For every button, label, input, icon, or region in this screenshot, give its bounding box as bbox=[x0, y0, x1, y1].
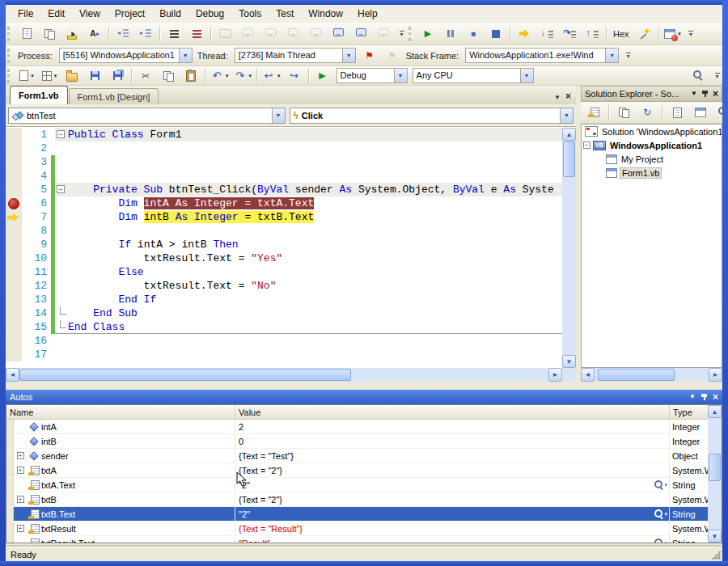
breakpoint-margin[interactable] bbox=[6, 279, 22, 293]
autos-row-intb[interactable]: intB0Integer bbox=[6, 434, 708, 449]
start-debugging-button[interactable]: ▶ bbox=[312, 67, 333, 85]
magnifier-icon[interactable] bbox=[654, 479, 663, 489]
paste-button[interactable] bbox=[180, 67, 201, 85]
tree-item-form1-vb[interactable]: Form1.vb bbox=[582, 166, 722, 180]
properties-button[interactable] bbox=[583, 103, 604, 121]
next-bookmark-in-folder-button[interactable] bbox=[305, 25, 326, 43]
breakpoint-icon[interactable] bbox=[8, 198, 19, 209]
auto-hide-pin-icon[interactable] bbox=[701, 90, 709, 98]
outline-margin[interactable] bbox=[55, 334, 68, 348]
scroll-down-button[interactable]: ▼ bbox=[562, 355, 576, 368]
scrollbar-thumb[interactable] bbox=[19, 369, 351, 381]
menu-debug[interactable]: Debug bbox=[188, 6, 231, 22]
event-dropdown[interactable]: ϟ Click ▼ bbox=[290, 108, 574, 124]
find-in-files-button[interactable] bbox=[688, 67, 709, 85]
scroll-left-button[interactable]: ◄ bbox=[581, 368, 595, 382]
step-over-button[interactable] bbox=[559, 25, 580, 43]
menu-file[interactable]: File bbox=[11, 6, 40, 22]
menu-project[interactable]: Project bbox=[108, 6, 152, 22]
outline-margin[interactable] bbox=[55, 142, 68, 155]
scrollbar-thumb[interactable] bbox=[563, 142, 575, 177]
menu-tools[interactable]: Tools bbox=[231, 6, 269, 22]
code-line-12[interactable]: 12 txtResult.Text = "No" bbox=[6, 279, 562, 293]
breakpoint-margin[interactable] bbox=[6, 155, 22, 169]
undo-button[interactable]: ↶▾ bbox=[209, 67, 231, 85]
hex-button[interactable]: Hex bbox=[610, 25, 633, 43]
code-line-15[interactable]: 15End Class bbox=[6, 320, 562, 334]
view-designer-button[interactable] bbox=[690, 103, 711, 121]
scrollbar-track[interactable] bbox=[595, 368, 709, 382]
solution-platform-combo[interactable]: Any CPU▼ bbox=[413, 68, 534, 83]
autos-row-txtb-text[interactable]: txtB.Text"2"▾String bbox=[6, 507, 708, 522]
window-position-dropdown-icon[interactable]: ▼ bbox=[691, 91, 697, 97]
scroll-up-button[interactable]: ▲ bbox=[708, 405, 722, 418]
autos-row-txta-text[interactable]: txtA.Text"2"▾String bbox=[6, 478, 708, 492]
code-line-16[interactable]: 16 bbox=[6, 334, 562, 348]
expand-icon[interactable]: + bbox=[17, 452, 24, 459]
solution-configuration-combo[interactable]: Debug▼ bbox=[336, 68, 408, 83]
breakpoint-margin[interactable] bbox=[6, 348, 22, 361]
thread-combo-dropdown-button[interactable]: ▼ bbox=[342, 49, 355, 62]
breakpoint-margin[interactable] bbox=[6, 169, 22, 183]
navigate-back-button[interactable]: ↩▾ bbox=[260, 67, 282, 85]
code-editor[interactable]: 1−Public Class Form12345− Private Sub bt… bbox=[6, 126, 576, 368]
scrollbar-thumb[interactable] bbox=[709, 454, 721, 481]
collapse-box-icon[interactable]: − bbox=[57, 185, 65, 193]
outline-margin[interactable]: − bbox=[55, 183, 68, 196]
display-member-list-button[interactable] bbox=[16, 25, 37, 43]
expand-icon[interactable]: + bbox=[17, 525, 24, 532]
outline-margin[interactable] bbox=[55, 155, 68, 169]
code-line-17[interactable]: 17 bbox=[6, 348, 562, 361]
solution-platform-combo-dropdown-button[interactable]: ▼ bbox=[520, 69, 533, 82]
code-line-14[interactable]: 14 End Sub bbox=[6, 306, 562, 320]
break-all-button[interactable] bbox=[440, 25, 461, 43]
open-file-button[interactable] bbox=[61, 67, 83, 85]
code-line-1[interactable]: 1−Public Class Form1 bbox=[6, 128, 562, 142]
code-line-2[interactable]: 2 bbox=[6, 142, 562, 155]
autos-row-txtresult-text[interactable]: txtResult.Text"Result"▾String bbox=[6, 536, 708, 543]
outline-margin[interactable] bbox=[55, 279, 68, 293]
breakpoint-margin[interactable] bbox=[6, 142, 22, 155]
value-visualizer[interactable]: ▾ bbox=[654, 479, 667, 489]
stack-frame-combo[interactable]: WindowsApplication1.exe!Wind▼ bbox=[465, 48, 619, 63]
save-all-button[interactable] bbox=[107, 67, 128, 85]
window-title-bar[interactable] bbox=[0, 0, 728, 5]
tree-item-solution-windowsapplication1[interactable]: Solution 'WindowsApplication1 bbox=[582, 125, 722, 138]
text-editor-toolbar-options[interactable]: ▼ bbox=[396, 26, 407, 42]
save-button[interactable] bbox=[84, 67, 105, 85]
code-line-9[interactable]: 9 If intA > intB Then bbox=[6, 238, 562, 251]
outline-margin[interactable] bbox=[55, 169, 68, 183]
expand-icon[interactable]: + bbox=[17, 496, 24, 503]
breakpoints-button[interactable] bbox=[634, 25, 655, 43]
breakpoint-margin[interactable] bbox=[6, 210, 22, 224]
scroll-right-button[interactable]: ► bbox=[548, 368, 562, 382]
scrollbar-thumb[interactable] bbox=[598, 369, 675, 381]
display-quick-info-button[interactable] bbox=[61, 25, 83, 43]
show-only-flagged-threads-button[interactable]: ⚑ bbox=[382, 47, 403, 65]
code-line-5[interactable]: 5− Private Sub btnTest_Click(ByVal sende… bbox=[6, 183, 562, 196]
stack-frame-combo-dropdown-button[interactable]: ▼ bbox=[605, 49, 618, 62]
navigate-forward-button[interactable]: ↪ bbox=[284, 67, 305, 85]
collapse-box-icon[interactable]: − bbox=[57, 130, 65, 138]
display-word-completion-button[interactable]: A bbox=[84, 25, 105, 43]
menu-build[interactable]: Build bbox=[152, 6, 188, 22]
visualizer-dropdown-icon[interactable]: ▾ bbox=[664, 511, 667, 517]
expand-icon[interactable]: + bbox=[17, 467, 24, 474]
add-new-item-button[interactable]: ▾ bbox=[39, 67, 60, 85]
toolbar-grip[interactable] bbox=[7, 49, 12, 63]
outline-margin[interactable] bbox=[55, 210, 68, 224]
process-combo[interactable]: [5516] WindowsApplication1▼ bbox=[59, 48, 193, 63]
code-line-10[interactable]: 10 txtResult.Text = "Yes" bbox=[6, 251, 562, 265]
object-dropdown[interactable]: btnTest ▼ bbox=[8, 108, 286, 124]
toolbar-grip[interactable] bbox=[408, 27, 413, 41]
breakpoint-margin[interactable] bbox=[6, 196, 22, 210]
menu-help[interactable]: Help bbox=[350, 6, 385, 22]
solution-configuration-combo-dropdown-button[interactable]: ▼ bbox=[394, 69, 407, 82]
outline-margin[interactable] bbox=[55, 224, 68, 238]
breakpoint-margin[interactable] bbox=[6, 128, 22, 142]
previous-bookmark-button[interactable] bbox=[237, 25, 258, 43]
outline-margin[interactable] bbox=[55, 293, 68, 306]
outline-margin[interactable] bbox=[55, 265, 68, 279]
breakpoint-margin[interactable] bbox=[6, 238, 22, 251]
outline-margin[interactable] bbox=[55, 238, 68, 251]
